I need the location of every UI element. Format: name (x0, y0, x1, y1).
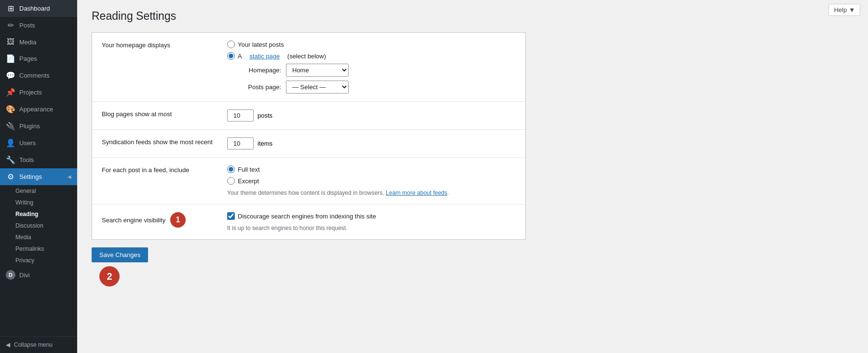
save-badge: 2 (99, 266, 120, 286)
sidebar-item-label: Appearance (19, 106, 53, 113)
syndication-number-row: items (227, 137, 515, 149)
save-area: Save Changes 2 (92, 240, 148, 262)
sidebar-item-tools[interactable]: 🔧 Tools (0, 151, 77, 168)
blog-pages-number-row: posts (227, 109, 515, 122)
discourage-checkbox-label[interactable]: Discourage search engines from indexing … (227, 212, 515, 220)
sidebar-item-label: Dashboard (19, 5, 50, 12)
collapse-icon: ◀ (6, 341, 10, 348)
radio-full-text[interactable]: Full text (227, 165, 515, 173)
sidebar-item-comments[interactable]: 💬 Comments (0, 67, 77, 84)
sidebar-item-label: Projects (19, 89, 42, 96)
radio-latest-input[interactable] (227, 41, 235, 48)
radio-latest-posts[interactable]: Your latest posts (227, 41, 515, 48)
sidebar-item-label: Plugins (19, 122, 40, 130)
radio-static-input[interactable] (227, 52, 235, 60)
homepage-displays-control: Your latest posts A static page (select … (227, 41, 515, 94)
submenu-permalinks[interactable]: Permalinks (0, 243, 77, 255)
homepage-select[interactable]: Home About Contact Blog (286, 64, 349, 77)
sidebar-item-appearance[interactable]: 🎨 Appearance (0, 101, 77, 118)
search-visibility-label: Search engine visibility 1 (102, 212, 217, 228)
settings-arrow: ◀ (68, 174, 71, 179)
radio-full-text-input[interactable] (227, 165, 235, 173)
discourage-label: Discourage search engines from indexing … (238, 213, 376, 220)
help-button[interactable]: Help ▼ (828, 4, 860, 16)
syndication-control: items (227, 137, 515, 149)
submenu-media[interactable]: Media (0, 231, 77, 243)
collapse-menu-button[interactable]: ◀ Collapse menu (0, 337, 77, 353)
media-icon: 🖼 (6, 38, 15, 46)
blog-pages-suffix: posts (258, 112, 272, 119)
sidebar-item-pages[interactable]: 📄 Pages (0, 50, 77, 67)
static-page-link[interactable]: static page (249, 53, 280, 60)
sidebar-item-divi[interactable]: D Divi (0, 266, 77, 284)
sidebar-item-plugins[interactable]: 🔌 Plugins (0, 118, 77, 135)
help-chevron-icon: ▼ (849, 6, 855, 14)
divi-icon: D (6, 270, 15, 280)
sidebar-item-label: Media (19, 39, 36, 46)
submenu-writing[interactable]: Writing (0, 197, 77, 208)
page-title: Reading Settings (92, 10, 854, 23)
blog-pages-label: Blog pages show at most (102, 109, 217, 119)
syndication-row: Syndication feeds show the most recent i… (92, 130, 525, 158)
blog-pages-row: Blog pages show at most posts (92, 102, 525, 130)
feed-include-row: For each post in a feed, include Full te… (92, 158, 525, 204)
discourage-hint: It is up to search engines to honor this… (227, 225, 515, 231)
radio-full-text-label: Full text (238, 166, 260, 173)
syndication-input[interactable] (227, 137, 254, 149)
dashboard-icon: ⊞ (6, 4, 15, 13)
sidebar-item-dashboard[interactable]: ⊞ Dashboard (0, 0, 77, 17)
submenu-general[interactable]: General (0, 185, 77, 197)
blog-pages-input[interactable] (227, 109, 254, 122)
search-visibility-badge: 1 (170, 212, 186, 228)
comments-icon: 💬 (6, 71, 15, 80)
homepage-displays-label: Your homepage displays (102, 41, 217, 50)
sidebar-item-label: Settings (19, 173, 42, 180)
radio-static-prefix: A (238, 53, 242, 60)
settings-submenu: General Writing Reading Discussion Media… (0, 185, 77, 266)
radio-excerpt-label: Excerpt (238, 177, 259, 185)
submenu-discussion[interactable]: Discussion (0, 220, 77, 231)
radio-static-page[interactable]: A static page (select below) (227, 52, 515, 60)
feed-hint: Your theme determines how content is dis… (227, 190, 515, 196)
syndication-label: Syndication feeds show the most recent (102, 137, 217, 147)
feed-include-control: Full text Excerpt Your theme determines … (227, 165, 515, 196)
feed-include-label: For each post in a feed, include (102, 165, 217, 175)
submenu-privacy[interactable]: Privacy (0, 255, 77, 266)
search-visibility-control: Discourage search engines from indexing … (227, 212, 515, 231)
sidebar-item-label: Pages (19, 55, 37, 62)
discourage-checkbox[interactable] (227, 212, 235, 220)
learn-more-feeds-link[interactable]: Learn more about feeds (386, 190, 447, 196)
tools-icon: 🔧 (6, 155, 15, 164)
collapse-label: Collapse menu (14, 341, 53, 348)
sidebar-item-label: Tools (19, 156, 34, 163)
syndication-suffix: items (258, 140, 272, 147)
posts-page-select[interactable]: — Select — Home Blog About (286, 81, 349, 94)
submenu-reading[interactable]: Reading (0, 208, 77, 220)
main-content: Reading Settings Your homepage displays … (77, 0, 868, 353)
sidebar-item-label: Users (19, 139, 36, 147)
posts-icon: ✏ (6, 21, 15, 30)
pages-icon: 📄 (6, 54, 15, 63)
sidebar-bottom: ◀ Collapse menu (0, 336, 77, 353)
save-changes-button[interactable]: Save Changes (92, 247, 148, 262)
posts-page-select-label: Posts page: (238, 83, 281, 91)
homepage-select-label: Homepage: (238, 67, 281, 74)
posts-page-select-row: Posts page: — Select — Home Blog About (238, 81, 515, 94)
radio-excerpt-input[interactable] (227, 177, 235, 185)
sidebar-item-users[interactable]: 👤 Users (0, 135, 77, 151)
sidebar-item-label: Posts (19, 22, 35, 29)
divi-label: Divi (19, 272, 30, 279)
sidebar-item-settings[interactable]: ⚙ Settings ◀ (0, 168, 77, 185)
sidebar-item-posts[interactable]: ✏ Posts (0, 17, 77, 34)
blog-pages-control: posts (227, 109, 515, 122)
projects-icon: 📌 (6, 88, 15, 97)
radio-excerpt[interactable]: Excerpt (227, 177, 515, 185)
sidebar-item-projects[interactable]: 📌 Projects (0, 84, 77, 101)
settings-icon: ⚙ (6, 172, 15, 181)
static-page-suffix: (select below) (287, 53, 326, 60)
users-icon: 👤 (6, 138, 15, 148)
homepage-displays-row: Your homepage displays Your latest posts… (92, 33, 525, 102)
homepage-select-row: Homepage: Home About Contact Blog (238, 64, 515, 77)
sidebar-item-label: Comments (19, 72, 50, 79)
sidebar-item-media[interactable]: 🖼 Media (0, 34, 77, 50)
